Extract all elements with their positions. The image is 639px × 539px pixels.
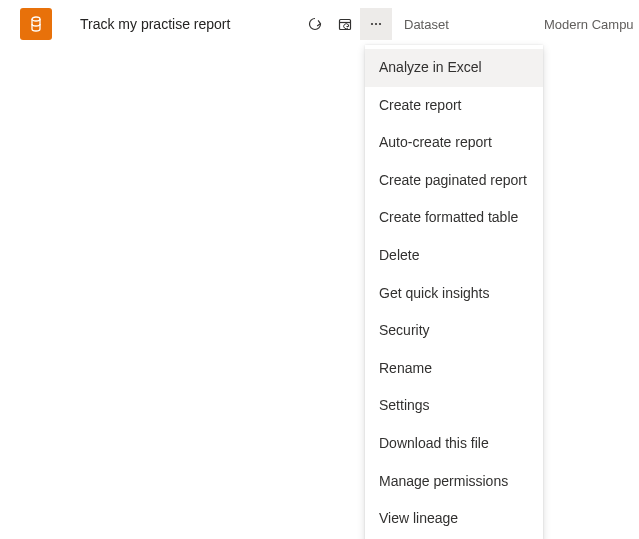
menu-item[interactable]: Analyze in Excel [365,49,543,87]
more-options-button[interactable] [360,8,392,40]
dataset-icon [20,8,52,40]
menu-item[interactable]: Get quick insights [365,275,543,313]
svg-point-1 [371,23,373,25]
menu-item[interactable]: Auto-create report [365,124,543,162]
dataset-row: Track my practise report Dat [0,0,639,48]
dataset-title[interactable]: Track my practise report [80,16,300,32]
menu-item[interactable]: Delete [365,237,543,275]
refresh-icon[interactable] [300,8,330,40]
menu-item[interactable]: Create report [365,87,543,125]
more-options-menu: Analyze in ExcelCreate reportAuto-create… [365,45,543,539]
row-actions [300,8,392,40]
menu-item[interactable]: Rename [365,350,543,388]
menu-item[interactable]: Security [365,312,543,350]
schedule-refresh-icon[interactable] [330,8,360,40]
content-type-label: Dataset [404,17,544,32]
menu-item[interactable]: View lineage [365,500,543,538]
workspace-label[interactable]: Modern Campu [544,17,634,32]
menu-item[interactable]: Download this file [365,425,543,463]
menu-item[interactable]: Create paginated report [365,162,543,200]
menu-item[interactable]: Create formatted table [365,199,543,237]
svg-point-2 [375,23,377,25]
svg-point-3 [379,23,381,25]
menu-item[interactable]: Manage permissions [365,463,543,501]
menu-item[interactable]: Settings [365,387,543,425]
